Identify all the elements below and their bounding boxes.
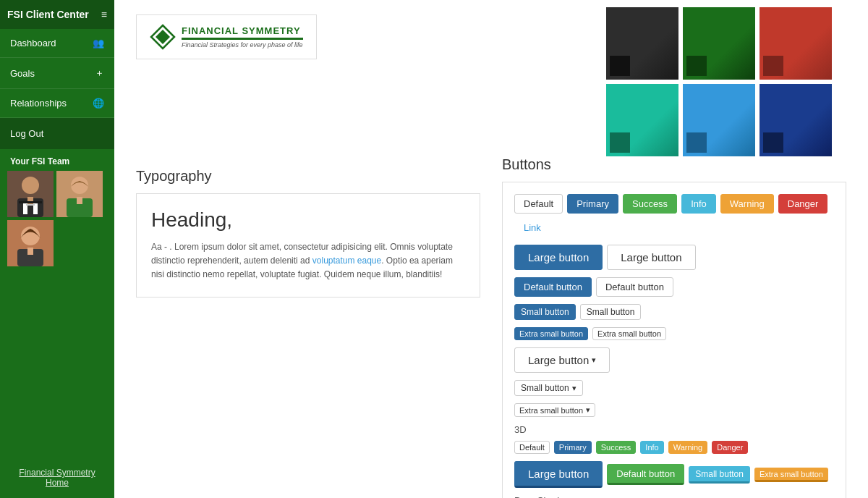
btn-xs-row: Extra small button Extra small button [514,327,834,340]
btn-xs-dd-row: Extra small button [514,403,834,417]
hamburger-icon[interactable]: ≡ [101,9,107,20]
3d-label-warning[interactable]: Warning [668,441,708,454]
btn-default-row: Default button Default button [514,277,834,297]
3d-btn-small[interactable]: Small button [689,466,750,484]
team-member-1 [7,171,54,217]
sidebar-item-logout[interactable]: Log Out [0,118,114,149]
btn-label-success[interactable]: Success [623,194,677,214]
goals-icon: ＋ [95,67,104,80]
3d-btn-large[interactable]: Large button [514,461,603,488]
sidebar-title: FSI Client Center [7,9,89,20]
3d-btn-default[interactable]: Default button [607,464,684,485]
btn-label-primary[interactable]: Primary [567,194,618,214]
3d-btn-xs[interactable]: Extra small button [754,468,828,482]
goals-label: Goals [10,68,35,79]
swatch-dark [606,7,678,80]
sidebar-item-goals[interactable]: Goals ＋ [0,58,114,89]
3d-label-default[interactable]: Default [514,441,550,454]
btn-small-row: Small button Small button [514,304,834,320]
logo-diamond-icon [150,24,176,50]
swatch-red [760,7,832,80]
btn-large-row: Large button Large button [514,245,834,270]
logo-main-text: Financial Symmetry [182,25,303,36]
buttons-container: Default Primary Success Info Warning Dan… [502,182,846,498]
typography-title: Typography [136,168,480,185]
logo-area: Financial Symmetry Financial Strategies … [136,14,317,59]
btn-small-primary-filled[interactable]: Small button [514,304,576,320]
swatch-navy [760,84,832,156]
sidebar-item-relationships[interactable]: Relationships 🌐 [0,89,114,118]
btn-large-primary-filled[interactable]: Large button [514,245,603,270]
svg-rect-15 [27,248,33,255]
svg-point-9 [71,177,88,194]
relationships-icon: 🌐 [93,98,104,109]
btn-label-default[interactable]: Default [514,194,563,214]
3d-title: 3D [514,424,834,435]
typography-section: Typography Heading, Aa - . Lorem ipsum d… [136,156,480,498]
team-photos [0,171,114,272]
buttons-section: Buttons Default Primary Success Info War… [502,156,846,498]
btn-xs-dropdown[interactable]: Extra small button [514,403,595,417]
btn-label-danger[interactable]: Danger [778,194,828,214]
btn-large-dd-row: Large button [514,347,834,373]
3d-label-danger[interactable]: Danger [712,441,748,454]
sidebar-item-dashboard[interactable]: Dashboard 👥 [0,29,114,58]
btn-xs-outline[interactable]: Extra small button [592,327,666,340]
svg-marker-17 [156,30,170,44]
btn-default-primary-filled[interactable]: Default button [514,277,592,297]
fsi-home-link[interactable]: Financial Symmetry Home [0,457,114,498]
sidebar: FSI Client Center ≡ Dashboard 👥 Goals ＋ … [0,0,114,498]
btn-default-outline[interactable]: Default button [596,277,673,297]
logout-label: Log Out [10,128,43,139]
typography-heading: Heading, [151,208,465,232]
btn-small-outline[interactable]: Small button [580,304,642,320]
3d-btns-row: Large button Default button Small button… [514,461,834,488]
typo-link[interactable]: voluptatum eaque [312,256,381,266]
drop-shadow-title: Drop Shadow [514,495,834,498]
svg-rect-7 [19,201,42,203]
swatch-blue [683,84,755,156]
sidebar-header: FSI Client Center ≡ [0,0,114,29]
dashboard-label: Dashboard [10,38,56,48]
btn-large-dropdown[interactable]: Large button [514,347,610,373]
btn-label-link[interactable]: Link [514,218,550,237]
btn-large-outline[interactable]: Large button [607,245,695,270]
main-content: Financial Symmetry Financial Strategies … [114,0,868,498]
typography-body: Aa - . Lorem ipsum dolor sit amet, conse… [151,240,465,282]
btn-label-info[interactable]: Info [681,194,716,214]
btn-small-dd-row: Small button [514,380,834,396]
btn-label-warning[interactable]: Warning [720,194,774,214]
team-member-3 [7,220,54,266]
3d-style-labels-row: Default Primary Success Info Warning Dan… [514,441,834,454]
swatch-teal [606,84,678,156]
team-member-2 [56,171,103,217]
relationships-label: Relationships [10,98,67,109]
buttons-title: Buttons [502,156,846,173]
3d-label-success[interactable]: Success [596,441,637,454]
typography-box: Heading, Aa - . Lorem ipsum dolor sit am… [136,193,480,297]
btn-small-dropdown[interactable]: Small button [514,380,583,396]
svg-point-1 [22,177,39,194]
logo-sub-text: Financial Strategies for every phase of … [182,41,303,48]
svg-rect-6 [26,204,35,206]
color-swatches [606,7,832,156]
svg-rect-11 [77,197,82,204]
3d-label-info[interactable]: Info [640,441,663,454]
3d-label-primary[interactable]: Primary [554,441,592,454]
your-fsi-team-label: Your FSI Team [0,149,114,171]
dashboard-icon: 👥 [93,38,104,48]
btn-style-labels-row: Default Primary Success Info Warning Dan… [514,194,834,237]
btn-xs-primary-filled[interactable]: Extra small button [514,327,588,340]
swatch-green [683,7,755,80]
